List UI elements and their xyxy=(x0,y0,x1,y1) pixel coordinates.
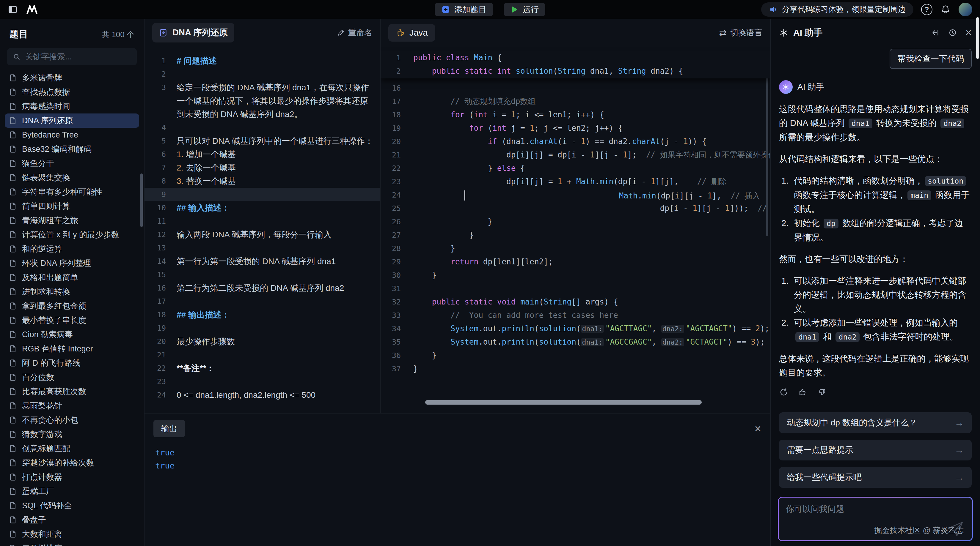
sidebar-item[interactable]: DNA 序列还原 xyxy=(5,113,139,128)
sidebar-item[interactable]: 拿到最多红包金额 xyxy=(5,299,139,313)
sidebar-toggle-icon[interactable] xyxy=(8,5,18,14)
description-text: # 问题描述 xyxy=(177,54,380,67)
code-line[interactable]: 33 // You can add more test cases here xyxy=(380,309,770,322)
help-icon[interactable]: ? xyxy=(921,4,932,15)
code-line[interactable]: 29 return dp[len1][len2]; xyxy=(380,255,770,268)
add-problem-button[interactable]: 添加题目 xyxy=(435,3,493,16)
code-line[interactable]: 31 xyxy=(380,282,770,295)
sidebar-item[interactable]: 最小替换子串长度 xyxy=(5,313,139,327)
sidebar-item[interactable]: 蛋糕工厂 xyxy=(5,484,139,498)
page-scrollbar-thumb[interactable] xyxy=(976,17,979,59)
sidebar-item[interactable]: 计算位置 x 到 y 的最少步数 xyxy=(5,227,139,242)
line-number: 12 xyxy=(145,228,177,241)
sidebar-item[interactable]: 大数和距离 xyxy=(5,527,139,541)
output-close-icon[interactable]: × xyxy=(755,423,761,434)
sidebar-item[interactable]: 二叉树排序 xyxy=(5,541,139,546)
sidebar-item[interactable]: 暴雨梨花针 xyxy=(5,398,139,413)
line-number: 21 xyxy=(145,348,177,362)
code-line[interactable]: 21 dp[i][j] = dp[i - 1][j - 1]; // 如果字符相… xyxy=(380,148,770,162)
switch-language-button[interactable]: ⇄ 切换语言 xyxy=(719,27,762,38)
code-line[interactable]: 1public class Main { xyxy=(380,51,770,65)
rename-button[interactable]: 重命名 xyxy=(337,27,372,38)
search-input[interactable] xyxy=(25,52,131,62)
sidebar-item[interactable]: 青海湖租车之旅 xyxy=(5,213,139,227)
code-line[interactable]: 27 } xyxy=(380,229,770,242)
description-editor[interactable]: 1# 问题描述23给定一段受损的 DNA 碱基序列 dna1，在每次只操作一个碱… xyxy=(145,46,380,413)
suggestion-chip[interactable]: 给我一些代码提示吧→ xyxy=(779,467,972,488)
sidebar-item[interactable]: 百分位数 xyxy=(5,370,139,384)
sidebar-item[interactable]: 穿越沙漠的补给次数 xyxy=(5,456,139,470)
code-line[interactable]: 30 } xyxy=(380,268,770,282)
sidebar-item[interactable]: 猜数字游戏 xyxy=(5,427,139,441)
sidebar-item[interactable]: Bytedance Tree xyxy=(5,128,139,142)
ai-close-icon[interactable]: × xyxy=(966,27,972,38)
sidebar-item[interactable]: Base32 编码和解码 xyxy=(5,142,139,156)
message-list: 1.代码的结构清晰，函数划分明确，solution 函数专注于核心的计算逻辑，m… xyxy=(779,174,972,244)
marscode-logo[interactable] xyxy=(26,5,39,14)
sidebar-item[interactable]: 字符串有多少种可能性 xyxy=(5,185,139,199)
code-line[interactable]: 34 System.out.println(solution(dna1:"AGC… xyxy=(380,322,770,335)
sidebar-item[interactable]: 猫鱼分干 xyxy=(5,156,139,170)
sidebar-item[interactable]: 不再贪心的小包 xyxy=(5,413,139,427)
history-icon[interactable] xyxy=(948,28,957,37)
sidebar-item[interactable]: 比赛最高获胜次数 xyxy=(5,384,139,398)
description-text xyxy=(177,214,380,228)
suggestion-chip[interactable]: 需要一点思路提示→ xyxy=(779,440,972,460)
sidebar-item-label: 暴雨梨花针 xyxy=(22,400,62,411)
line-number: 17 xyxy=(145,295,177,308)
sidebar-scrollbar-thumb[interactable] xyxy=(140,173,143,227)
sidebar-item[interactable]: 查找热点数据 xyxy=(5,85,139,99)
sidebar-item[interactable]: Cion 勒索病毒 xyxy=(5,327,139,341)
ai-input[interactable] xyxy=(786,503,965,521)
code-line[interactable]: 37} xyxy=(380,362,770,376)
editor-vertical-scrollbar-thumb[interactable] xyxy=(766,70,768,236)
run-button[interactable]: 运行 xyxy=(504,3,545,16)
sidebar-item[interactable]: 打点计数器 xyxy=(5,470,139,484)
code-line[interactable]: 26 } xyxy=(380,215,770,229)
sidebar-item[interactable]: SQL 代码补全 xyxy=(5,498,139,513)
code-line[interactable]: 2 public static int solution(String dna1… xyxy=(380,65,770,78)
suggestion-chip[interactable]: 动态规划中 dp 数组的含义是什么？→ xyxy=(779,412,972,433)
sidebar-item[interactable]: 进制求和转换 xyxy=(5,284,139,299)
code-line[interactable]: 28 } xyxy=(380,242,770,255)
thumbs-down-icon[interactable] xyxy=(817,387,827,397)
code-line[interactable]: 24 Math.min(dp[i][j - 1], // 插入 xyxy=(380,188,770,202)
code-line[interactable]: 35 System.out.println(solution(dna1:"AGC… xyxy=(380,335,770,349)
sidebar-item[interactable]: 病毒感染时间 xyxy=(5,99,139,113)
sidebar-item[interactable]: 阿 D 的飞行路线 xyxy=(5,356,139,370)
code-line[interactable]: 32 public static void main(String[] args… xyxy=(380,295,770,309)
sidebar-item[interactable]: RGB 色值转 Integer xyxy=(5,341,139,356)
problem-tab[interactable]: DNA 序列还原 xyxy=(152,23,234,43)
ai-input-box[interactable]: 掘金技术社区 @ 薪炎乙志 xyxy=(778,497,973,541)
regenerate-icon[interactable] xyxy=(779,387,789,397)
thumbs-up-icon[interactable] xyxy=(798,387,808,397)
code-editor[interactable]: 1public class Main {2 public static int … xyxy=(380,46,770,413)
output-tab[interactable]: 输出 xyxy=(153,420,185,437)
sidebar-item[interactable]: 环状 DNA 序列整理 xyxy=(5,256,139,270)
code-line[interactable]: 36 } xyxy=(380,349,770,362)
code-line[interactable]: 17 // 动态规划填充dp数组 xyxy=(380,95,770,108)
editor-horizontal-scrollbar-thumb[interactable] xyxy=(425,400,702,405)
code-text: public static void main(String[] args) { xyxy=(413,295,770,309)
sidebar-item[interactable]: 叠盘子 xyxy=(5,513,139,527)
code-line[interactable]: 20 if (dna1.charAt(i - 1) == dna2.charAt… xyxy=(380,135,770,148)
code-line[interactable]: 25 dp[i - 1][j - 1])); // 替换 xyxy=(380,202,770,215)
sidebar-item[interactable]: 创意标题匹配 xyxy=(5,441,139,456)
sidebar-item[interactable]: 链表聚集交换 xyxy=(5,170,139,185)
code-line[interactable]: 16 xyxy=(380,81,770,95)
code-line[interactable]: 23 dp[i][j] = 1 + Math.min(dp[i - 1][j],… xyxy=(380,175,770,188)
announcement-banner[interactable]: 分享代码练习体验，领限量定制周边 xyxy=(761,2,913,17)
user-avatar[interactable] xyxy=(959,3,972,16)
code-line[interactable]: 22 } else { xyxy=(380,162,770,175)
code-line[interactable]: 19 for (int j = 1; j <= len2; j++) { xyxy=(380,122,770,135)
check-code-button[interactable]: 帮我检查一下代码 xyxy=(889,49,972,69)
sidebar-item[interactable]: 多米诺骨牌 xyxy=(5,71,139,85)
sidebar-item[interactable]: 简单四则计算 xyxy=(5,199,139,213)
collapse-panel-icon[interactable] xyxy=(931,28,940,37)
language-tab[interactable]: Java xyxy=(388,24,435,41)
sidebar-item[interactable]: 及格和出题简单 xyxy=(5,270,139,284)
bell-icon[interactable] xyxy=(940,4,951,15)
code-line[interactable]: 18 for (int i = 1; i <= len1; i++) { xyxy=(380,108,770,122)
sidebar-item[interactable]: 和的逆运算 xyxy=(5,242,139,256)
search-box[interactable] xyxy=(7,48,137,65)
